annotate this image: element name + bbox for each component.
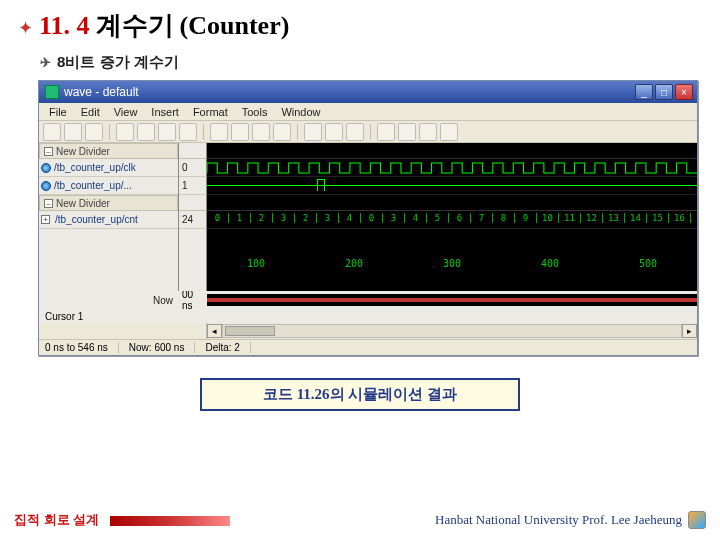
expand-icon[interactable]: + xyxy=(41,215,50,224)
signal-rst[interactable]: /tb_counter_up/... xyxy=(39,177,178,195)
tool-button[interactable] xyxy=(304,123,322,141)
tool-button[interactable] xyxy=(419,123,437,141)
tool-button[interactable] xyxy=(158,123,176,141)
statusbar: 0 ns to 546 ns Now: 600 ns Delta: 2 xyxy=(39,339,697,355)
signal-icon xyxy=(41,181,51,191)
window-title: wave - default xyxy=(64,85,139,99)
scroll-right-icon[interactable]: ▸ xyxy=(682,324,697,338)
subtitle-text: 8비트 증가 계수기 xyxy=(57,53,179,70)
tool-button[interactable] xyxy=(137,123,155,141)
figure-caption: 코드 11.26의 시뮬레이션 결과 xyxy=(200,378,520,411)
plane-icon: ✈ xyxy=(40,55,51,70)
signal-clk[interactable]: /tb_counter_up/clk xyxy=(39,159,178,177)
menu-edit[interactable]: Edit xyxy=(75,105,106,119)
val-rst: 1 xyxy=(179,177,206,195)
cursor-row: Cursor 1 xyxy=(39,309,697,323)
divider-row[interactable]: –New Divider xyxy=(39,195,178,211)
wave-rst xyxy=(207,177,697,195)
tool-button[interactable] xyxy=(325,123,343,141)
val-clk: 0 xyxy=(179,159,206,177)
waveform-area[interactable]: 0123234034567891011121314151617181920 10… xyxy=(207,143,697,291)
tool-button[interactable] xyxy=(116,123,134,141)
subtitle: ✈8비트 증가 계수기 xyxy=(40,53,702,72)
toolbar xyxy=(39,121,697,143)
status-now: Now: 600 ns xyxy=(129,342,196,353)
tool-button[interactable] xyxy=(210,123,228,141)
value-column: 0 1 24 xyxy=(179,143,207,291)
slide-title: ✦ 11. 4 계수기 (Counter) xyxy=(18,8,702,43)
signal-cnt[interactable]: +/tb_counter_up/cnt xyxy=(39,211,178,229)
tool-button[interactable] xyxy=(252,123,270,141)
tool-button[interactable] xyxy=(377,123,395,141)
time-ruler: 100 200 300 400 500 xyxy=(207,247,697,269)
app-icon xyxy=(45,85,59,99)
menu-file[interactable]: File xyxy=(43,105,73,119)
tool-button[interactable] xyxy=(346,123,364,141)
now-row: Now 00 ns xyxy=(39,291,697,309)
title-number: 11. 4 xyxy=(39,11,90,41)
menu-window[interactable]: Window xyxy=(275,105,326,119)
wave-window: wave - default _ □ × File Edit View Inse… xyxy=(38,80,698,356)
menu-view[interactable]: View xyxy=(108,105,144,119)
status-delta: Delta: 2 xyxy=(205,342,250,353)
scroll-thumb[interactable] xyxy=(225,326,275,336)
hscrollbar[interactable]: ◂ ▸ xyxy=(39,323,697,339)
menubar: File Edit View Insert Format Tools Windo… xyxy=(39,103,697,121)
tool-button[interactable] xyxy=(85,123,103,141)
status-range: 0 ns to 546 ns xyxy=(45,342,119,353)
tool-button[interactable] xyxy=(179,123,197,141)
title-korean: 계수기 xyxy=(96,8,174,43)
footer-left: 집적 회로 설계 xyxy=(14,511,99,529)
signal-names-column: –New Divider /tb_counter_up/clk /tb_coun… xyxy=(39,143,179,291)
tool-button[interactable] xyxy=(440,123,458,141)
menu-format[interactable]: Format xyxy=(187,105,234,119)
titlebar: wave - default _ □ × xyxy=(39,81,697,103)
wave-cnt: 0123234034567891011121314151617181920 xyxy=(207,211,697,229)
wave-clk xyxy=(207,159,697,177)
divider-row[interactable]: –New Divider xyxy=(39,143,178,159)
tool-button[interactable] xyxy=(398,123,416,141)
tool-button[interactable] xyxy=(43,123,61,141)
title-english: (Counter) xyxy=(180,11,290,41)
star-icon: ✦ xyxy=(18,17,33,39)
tool-button[interactable] xyxy=(231,123,249,141)
maximize-button[interactable]: □ xyxy=(655,84,673,100)
footer-right: Hanbat National University Prof. Lee Jae… xyxy=(435,512,682,528)
minimize-button[interactable]: _ xyxy=(635,84,653,100)
university-logo-icon xyxy=(688,511,706,529)
menu-tools[interactable]: Tools xyxy=(236,105,274,119)
tool-button[interactable] xyxy=(64,123,82,141)
tool-button[interactable] xyxy=(273,123,291,141)
scroll-left-icon[interactable]: ◂ xyxy=(207,324,222,338)
footer-accent-bar xyxy=(110,516,230,526)
menu-insert[interactable]: Insert xyxy=(145,105,185,119)
signal-icon xyxy=(41,163,51,173)
close-button[interactable]: × xyxy=(675,84,693,100)
val-cnt: 24 xyxy=(179,211,206,229)
footer: 집적 회로 설계 Hanbat National University Prof… xyxy=(0,508,720,532)
